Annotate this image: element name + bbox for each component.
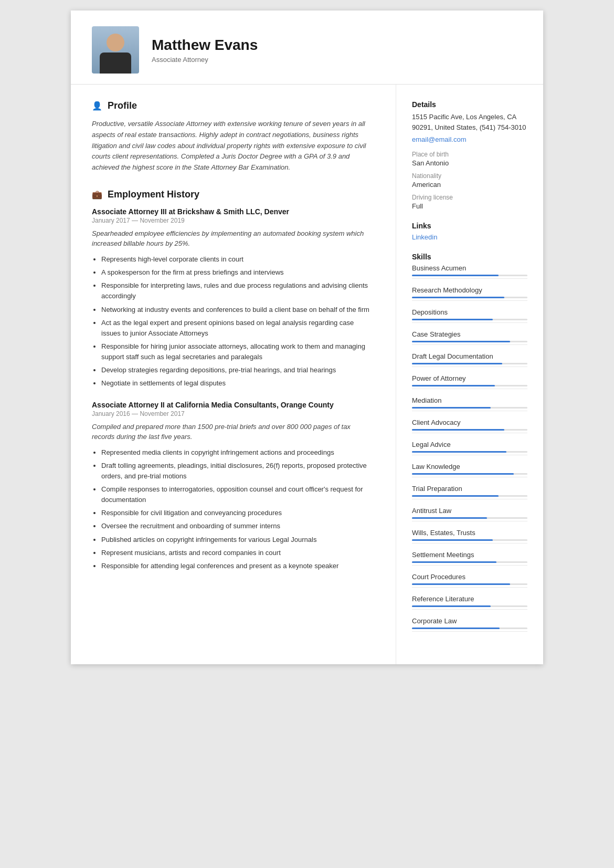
skill-item: Reference Literature xyxy=(412,595,527,610)
skill-bar xyxy=(412,473,527,475)
list-item: Responsible for attending legal conferen… xyxy=(101,561,375,571)
skill-bar-fill xyxy=(412,583,510,585)
skill-name: Client Advocacy xyxy=(412,419,527,426)
skill-bar-fill xyxy=(412,429,504,431)
skill-divider xyxy=(412,411,527,411)
skill-bar xyxy=(412,451,527,453)
skill-bar xyxy=(412,561,527,563)
left-column: 👤 Profile Productive, versatile Associat… xyxy=(71,85,396,664)
skill-item: Antitrust Law xyxy=(412,507,527,521)
skill-bar-fill xyxy=(412,407,491,409)
job-1-dates: January 2017 — November 2019 xyxy=(92,217,375,224)
job-2-title: Associate Attorney II at California Medi… xyxy=(92,401,375,409)
skill-bar-fill xyxy=(412,451,506,453)
list-item: Oversee the recruitment and onboarding o… xyxy=(101,521,375,531)
candidate-title: Associate Attorney xyxy=(152,56,258,64)
list-item: Responsible for hiring junior associate … xyxy=(101,341,375,362)
links-section-title: Links xyxy=(412,222,527,230)
skill-divider xyxy=(412,587,527,588)
skill-divider xyxy=(412,477,527,477)
skill-name: Mediation xyxy=(412,396,527,404)
skill-divider xyxy=(412,367,527,367)
skills-section-title: Skills xyxy=(412,253,527,261)
list-item: Compile responses to interrogatories, op… xyxy=(101,484,375,505)
skill-divider xyxy=(412,433,527,433)
profile-text: Productive, versatile Associate Attorney… xyxy=(92,119,375,173)
skill-bar xyxy=(412,429,527,431)
skill-name: Law Knowledge xyxy=(412,463,527,470)
skill-divider xyxy=(412,455,527,455)
skill-item: Settlement Meetings xyxy=(412,551,527,566)
skill-divider xyxy=(412,609,527,610)
list-item: Published articles on copyright infringe… xyxy=(101,535,375,545)
skill-item: Client Advocacy xyxy=(412,419,527,433)
skill-name: Settlement Meetings xyxy=(412,551,527,559)
linkedin-link[interactable]: Linkedin xyxy=(412,233,527,241)
skill-item: Corporate Law xyxy=(412,617,527,632)
list-item: Act as the legal expert and present opin… xyxy=(101,318,375,339)
job-2-dates: January 2016 — November 2017 xyxy=(92,410,375,417)
skill-bar xyxy=(412,605,527,607)
skill-name: Reference Literature xyxy=(412,595,527,603)
skill-bar xyxy=(412,363,527,364)
skill-name: Trial Preparation xyxy=(412,485,527,493)
skill-divider xyxy=(412,631,527,632)
skill-divider xyxy=(412,521,527,521)
skill-name: Court Procedures xyxy=(412,573,527,581)
skill-bar-fill xyxy=(412,605,491,607)
list-item: A spokesperson for the firm at press bri… xyxy=(101,267,375,278)
list-item: Represented media clients in copyright i… xyxy=(101,447,375,458)
skill-bar xyxy=(412,341,527,342)
driving-license-label: Driving license xyxy=(412,194,527,201)
skill-name: Research Methodology xyxy=(412,286,527,294)
list-item: Responsible for civil litigation and con… xyxy=(101,508,375,518)
detail-email[interactable]: email@email.com xyxy=(412,135,527,143)
skill-bar-fill xyxy=(412,517,487,519)
list-item: Represent musicians, artists and record … xyxy=(101,548,375,558)
skill-divider xyxy=(412,389,527,389)
skill-item: Research Methodology xyxy=(412,286,527,301)
skill-item: Law Knowledge xyxy=(412,463,527,477)
employment-section-title: 💼 Employment History xyxy=(92,189,375,200)
job-1-bullets: Represents high-level corporate clients … xyxy=(92,254,375,389)
skill-bar-fill xyxy=(412,539,493,541)
profile-section: 👤 Profile Productive, versatile Associat… xyxy=(92,100,375,173)
skill-bar xyxy=(412,297,527,298)
skill-item: Trial Preparation xyxy=(412,485,527,499)
skill-name: Wills, Estates, Trusts xyxy=(412,529,527,537)
job-1-summary: Spearheaded employee efficiencies by imp… xyxy=(92,228,375,249)
avatar xyxy=(92,26,139,74)
skill-bar-fill xyxy=(412,297,504,298)
skill-name: Legal Advice xyxy=(412,441,527,448)
skill-bar-fill xyxy=(412,275,499,276)
main-layout: 👤 Profile Productive, versatile Associat… xyxy=(71,85,543,664)
skill-divider xyxy=(412,300,527,301)
skill-name: Draft Legal Documentation xyxy=(412,352,527,360)
skill-divider xyxy=(412,543,527,543)
links-section: Links Linkedin xyxy=(412,222,527,241)
skill-name: Power of Attorney xyxy=(412,374,527,382)
skill-item: Legal Advice xyxy=(412,441,527,455)
list-item: Draft tolling agreements, pleadings, ini… xyxy=(101,461,375,482)
employment-icon: 💼 xyxy=(92,190,102,200)
skill-divider xyxy=(412,565,527,566)
skill-bar-fill xyxy=(412,341,510,342)
skill-item: Business Acumen xyxy=(412,264,527,279)
skill-bar xyxy=(412,385,527,386)
skill-item: Draft Legal Documentation xyxy=(412,352,527,367)
list-item: Responsible for interpreting laws, rules… xyxy=(101,280,375,301)
skill-bar xyxy=(412,319,527,320)
resume-document: Matthew Evans Associate Attorney 👤 Profi… xyxy=(71,11,543,664)
skill-bar xyxy=(412,275,527,276)
job-2: Associate Attorney II at California Medi… xyxy=(92,401,375,571)
driving-license-value: Full xyxy=(412,202,527,210)
skill-item: Wills, Estates, Trusts xyxy=(412,529,527,543)
skill-name: Corporate Law xyxy=(412,617,527,625)
detail-address: 1515 Pacific Ave, Los Angeles, CA 90291,… xyxy=(412,112,527,132)
place-of-birth-value: San Antonio xyxy=(412,159,527,167)
candidate-name: Matthew Evans xyxy=(152,37,258,54)
skill-divider xyxy=(412,322,527,323)
skill-divider xyxy=(412,499,527,499)
skill-name: Case Strategies xyxy=(412,330,527,338)
profile-section-title: 👤 Profile xyxy=(92,100,375,111)
